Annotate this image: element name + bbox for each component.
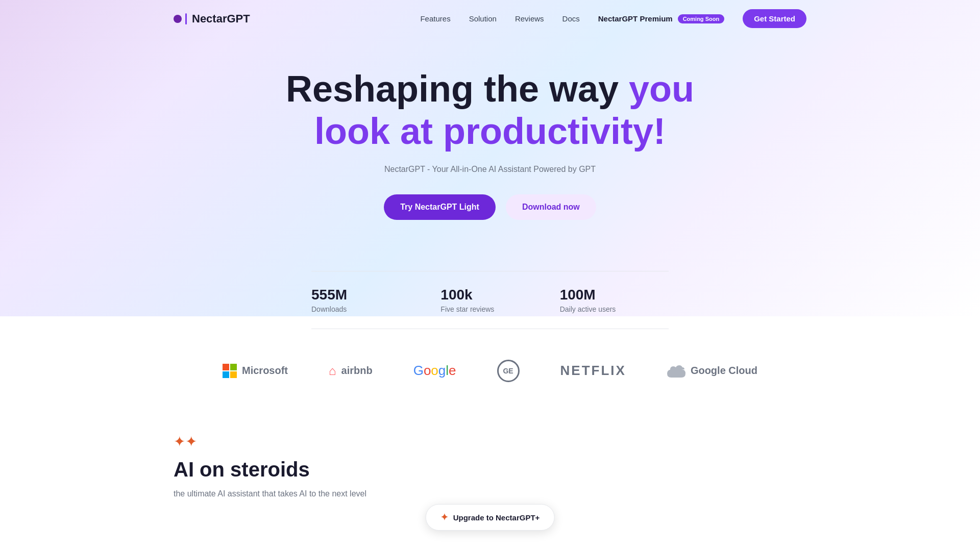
logo-google: Google	[413, 363, 456, 379]
nav-features[interactable]: Features	[420, 14, 450, 23]
hero-title-part1: Reshaping the way	[286, 68, 629, 109]
logo-link[interactable]: NectarGPT	[174, 12, 250, 26]
stat-downloads: 555M Downloads	[311, 287, 430, 313]
hero-title: Reshaping the way you look at productivi…	[260, 68, 720, 153]
ai-title: AI on steroids	[174, 458, 806, 481]
download-now-button[interactable]: Download now	[506, 194, 596, 220]
hero-title-part2: look at productivity!	[314, 111, 666, 152]
nav-docs[interactable]: Docs	[562, 14, 580, 23]
upgrade-button[interactable]: ✦ Upgrade to NectarGPT+	[426, 504, 555, 531]
upgrade-sparkle-icon: ✦	[440, 512, 448, 523]
ai-subtitle: the ultimate AI assistant that takes AI …	[174, 489, 378, 498]
get-started-button[interactable]: Get Started	[743, 9, 806, 28]
airbnb-icon: ⌂	[329, 364, 336, 378]
logo-ge: GE	[497, 360, 520, 382]
microsoft-label: Microsoft	[242, 365, 288, 377]
stats-section: 555M Downloads 100k Five star reviews 10…	[311, 271, 669, 329]
ai-section: ✦✦ AI on steroids the ultimate AI assist…	[0, 403, 980, 519]
logo-netflix: NETFLIX	[560, 363, 626, 379]
logo-google-cloud: Google Cloud	[667, 364, 757, 378]
google-text: Google	[413, 363, 456, 379]
hero-buttons: Try NectarGPT Light Download now	[10, 194, 970, 220]
stat-downloads-label: Downloads	[311, 305, 420, 313]
stats-grid: 555M Downloads 100k Five star reviews 10…	[311, 271, 669, 329]
ge-circle-icon: GE	[497, 360, 520, 382]
try-light-button[interactable]: Try NectarGPT Light	[384, 194, 496, 220]
microsoft-grid-icon	[223, 364, 237, 378]
airbnb-label: airbnb	[341, 365, 373, 377]
navigation: NectarGPT Features Solution Reviews Docs…	[0, 0, 980, 37]
sparkle-icon: ✦✦	[174, 433, 806, 450]
upgrade-label: Upgrade to NectarGPT+	[453, 513, 540, 522]
upgrade-bar: ✦ Upgrade to NectarGPT+	[426, 504, 555, 531]
coming-soon-badge: Coming Soon	[678, 14, 725, 23]
google-cloud-icon	[667, 364, 685, 378]
logo-airbnb: ⌂ airbnb	[329, 364, 373, 378]
stat-reviews-label: Five star reviews	[440, 305, 539, 313]
netflix-text: NETFLIX	[560, 363, 626, 379]
stat-users: 100M Daily active users	[550, 287, 669, 313]
hero-subtitle: NectarGPT - Your All-in-One AI Assistant…	[10, 165, 970, 174]
ge-label: GE	[503, 367, 513, 375]
logo-text: NectarGPT	[192, 12, 250, 26]
stat-reviews-number: 100k	[440, 287, 539, 303]
stat-users-number: 100M	[560, 287, 658, 303]
premium-label: NectarGPT Premium	[598, 14, 673, 23]
stat-users-label: Daily active users	[560, 305, 658, 313]
hero-section: Reshaping the way you look at productivi…	[0, 37, 980, 245]
logo-icon	[174, 13, 188, 24]
nav-premium: NectarGPT Premium Coming Soon	[598, 14, 724, 23]
nav-links: Features Solution Reviews Docs	[420, 14, 579, 23]
hero-title-you: you	[629, 68, 694, 109]
stat-reviews: 100k Five star reviews	[430, 287, 549, 313]
nav-reviews[interactable]: Reviews	[515, 14, 544, 23]
logos-section: Microsoft ⌂ airbnb Google GE NETFLIX Goo…	[0, 329, 980, 403]
stat-downloads-number: 555M	[311, 287, 420, 303]
google-cloud-label: Google Cloud	[691, 365, 757, 377]
logo-microsoft: Microsoft	[223, 364, 288, 378]
nav-solution[interactable]: Solution	[469, 14, 497, 23]
